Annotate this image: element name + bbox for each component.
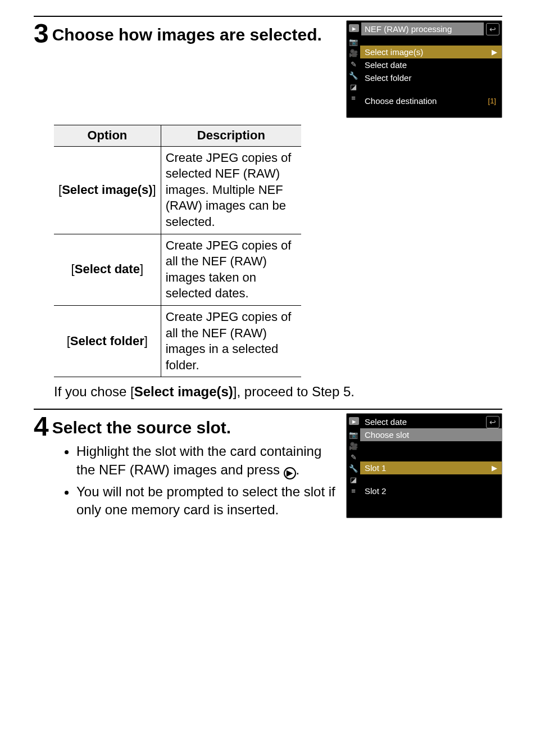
chevron-right-icon: ▶ — [492, 464, 497, 472]
menu-select-date: Select date — [360, 58, 502, 71]
camera-tab-icon: 📷 — [348, 38, 358, 46]
wrench-tab-icon: 🔧 — [348, 464, 358, 472]
playback-tab-icon: ▸ — [349, 24, 359, 32]
menu-select-folder: Select folder — [360, 71, 502, 84]
retouch-tab-icon: ◪ — [348, 83, 358, 90]
table-row: [Select folder] Create JPEG copies of al… — [54, 305, 301, 377]
chevron-right-icon: ▶ — [492, 48, 497, 56]
table-header-description: Description — [161, 125, 301, 147]
step4-number: 4 — [34, 413, 49, 440]
table-row: [Select image(s)] Create JPEG copies of … — [54, 146, 301, 234]
pencil-tab-icon: ✎ — [348, 453, 358, 461]
wrench-tab-icon: 🔧 — [348, 71, 358, 79]
menu-select-images: Select image(s) ▶ — [360, 46, 502, 58]
video-tab-icon: 🎥 — [348, 442, 358, 450]
table-header-option: Option — [54, 125, 161, 147]
step4-bullet-1: Highlight the slot with the card contain… — [76, 442, 339, 479]
retouch-tab-icon: ◪ — [348, 476, 358, 483]
table-row: [Select date] Create JPEG copies of all … — [54, 234, 301, 305]
screen-subheader: Choose slot — [360, 428, 502, 441]
pencil-tab-icon: ✎ — [348, 60, 358, 68]
back-icon: ↩ — [486, 416, 499, 428]
screen-title: Select date — [361, 415, 484, 428]
mymenu-tab-icon: ≡ — [348, 94, 358, 102]
step4-bullet-2: You will not be prompted to select the s… — [76, 483, 339, 519]
mymenu-tab-icon: ≡ — [348, 487, 358, 495]
destination-slot-icon: [1] — [488, 97, 497, 105]
screen-title: NEF (RAW) processing — [361, 22, 484, 35]
menu-slot-2: Slot 2 — [360, 485, 502, 497]
playback-tab-icon: ▸ — [349, 417, 359, 425]
menu-choose-destination: Choose destination [1] — [360, 94, 502, 107]
options-table: Option Description [Select image(s)] Cre… — [54, 125, 301, 377]
multiselector-right-icon: ▶ — [284, 467, 296, 479]
camera-tab-icon: 📷 — [348, 431, 358, 438]
step3-title: Choose how images are selected. — [52, 25, 322, 45]
step4-title: Select the source slot. — [52, 418, 231, 438]
step4-camera-screenshot: ▸ Select date ↩ 📷 🎥 ✎ 🔧 ◪ ≡ Ch — [346, 413, 502, 518]
menu-slot-1: Slot 1 ▶ — [360, 461, 502, 474]
step3-camera-screenshot: ▸ NEF (RAW) processing ↩ 📷 🎥 ✎ 🔧 ◪ ≡ — [346, 20, 502, 118]
back-icon: ↩ — [486, 23, 499, 35]
step3-number: 3 — [34, 20, 49, 47]
video-tab-icon: 🎥 — [348, 49, 358, 57]
step3-note: If you chose [Select image(s)], proceed … — [54, 384, 502, 400]
